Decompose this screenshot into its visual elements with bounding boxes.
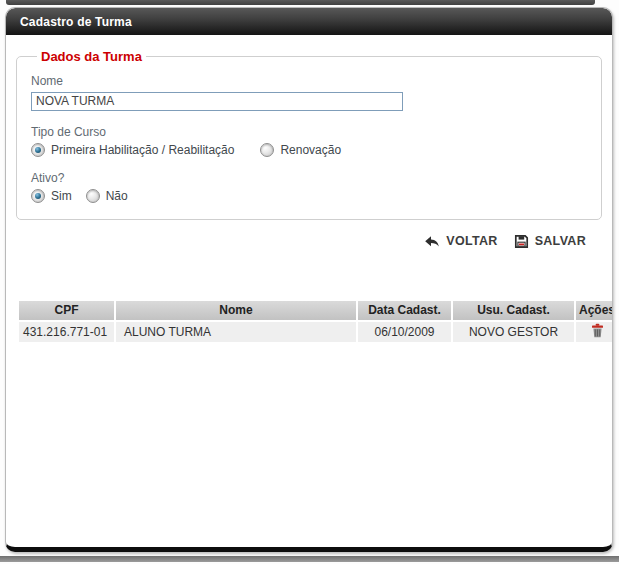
radio-icon[interactable] xyxy=(86,189,100,203)
form-actions: VOLTAR SALVAR xyxy=(14,220,604,249)
nome-label: Nome xyxy=(31,74,587,88)
radio-renovacao[interactable]: Renovação xyxy=(260,143,341,157)
window-titlebar: Cadastro de Turma xyxy=(6,8,612,35)
cell-cpf: 431.216.771-01 xyxy=(19,322,114,342)
radio-label: Primeira Habilitação / Reabilitação xyxy=(51,143,234,157)
previous-panel-edge xyxy=(6,0,595,5)
salvar-label: SALVAR xyxy=(535,234,586,248)
alunos-table-wrap: CPF Nome Data Cadast. Usu. Cadast. Ações… xyxy=(14,299,604,344)
radio-icon[interactable] xyxy=(31,189,45,203)
page: Cadastro de Turma Dados da Turma Nome Ti… xyxy=(0,0,619,564)
radio-label: Não xyxy=(106,189,128,203)
col-header-acoes: Ações xyxy=(576,301,613,320)
dados-da-turma-fieldset: Dados da Turma Nome Tipo de Curso Primei… xyxy=(16,49,602,220)
radio-label: Sim xyxy=(51,189,72,203)
save-disk-icon xyxy=(514,234,529,249)
cell-data-cadast: 06/10/2009 xyxy=(358,322,451,342)
col-header-data-cadast: Data Cadast. xyxy=(358,301,451,320)
voltar-button[interactable]: VOLTAR xyxy=(424,234,497,249)
voltar-label: VOLTAR xyxy=(446,234,497,248)
table-header-row: CPF Nome Data Cadast. Usu. Cadast. Ações xyxy=(19,301,613,320)
cell-usu-cadast: NOVO GESTOR xyxy=(453,322,574,342)
fieldset-legend: Dados da Turma xyxy=(37,49,146,64)
back-arrow-icon xyxy=(424,234,440,249)
radio-label: Renovação xyxy=(280,143,341,157)
cell-acoes xyxy=(576,322,613,342)
delete-row-button[interactable] xyxy=(591,323,604,338)
radio-icon[interactable] xyxy=(31,143,45,157)
radio-icon[interactable] xyxy=(260,143,274,157)
alunos-table: CPF Nome Data Cadast. Usu. Cadast. Ações… xyxy=(17,299,613,344)
salvar-button[interactable]: SALVAR xyxy=(514,234,586,249)
radio-sim[interactable]: Sim xyxy=(31,189,72,203)
ativo-radio-group: Sim Não xyxy=(31,189,587,203)
cell-nome: ALUNO TURMA xyxy=(116,322,356,342)
ativo-label: Ativo? xyxy=(31,171,587,185)
table-row: 431.216.771-01 ALUNO TURMA 06/10/2009 NO… xyxy=(19,322,613,342)
col-header-nome: Nome xyxy=(116,301,356,320)
page-bottom-edge xyxy=(0,556,619,562)
col-header-cpf: CPF xyxy=(19,301,114,320)
tipo-de-curso-label: Tipo de Curso xyxy=(31,125,587,139)
tipo-de-curso-radio-group: Primeira Habilitação / Reabilitação Reno… xyxy=(31,143,587,157)
cadastro-turma-window: Cadastro de Turma Dados da Turma Nome Ti… xyxy=(5,7,613,552)
content-area: Dados da Turma Nome Tipo de Curso Primei… xyxy=(6,35,612,344)
page-title: Cadastro de Turma xyxy=(20,15,132,29)
nome-input[interactable] xyxy=(31,92,403,111)
radio-primeira-habilitacao[interactable]: Primeira Habilitação / Reabilitação xyxy=(31,143,234,157)
trash-icon xyxy=(591,323,604,338)
radio-nao[interactable]: Não xyxy=(86,189,128,203)
col-header-usu-cadast: Usu. Cadast. xyxy=(453,301,574,320)
